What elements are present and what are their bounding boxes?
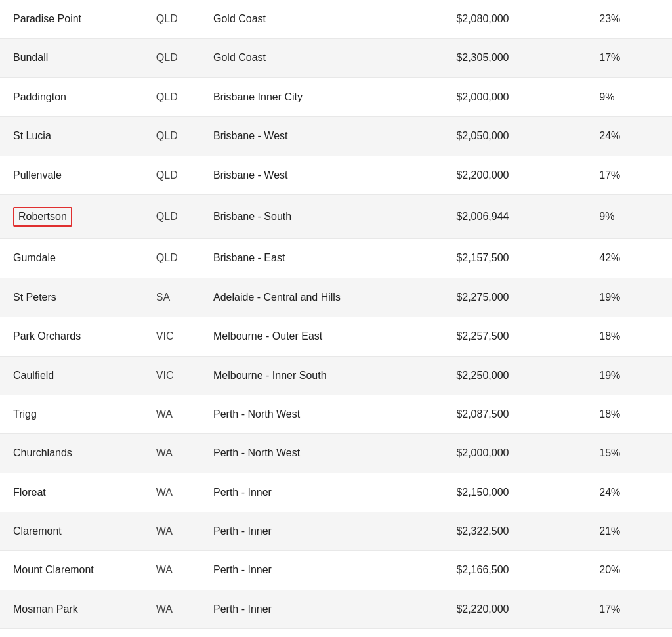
change-cell: 21% xyxy=(586,512,672,551)
property-table: Paradise PointQLDGold Coast$2,080,00023%… xyxy=(0,0,672,629)
state-cell: QLD xyxy=(143,77,200,116)
state-cell: QLD xyxy=(143,117,200,156)
state-cell: QLD xyxy=(143,0,200,39)
price-cell: $2,000,000 xyxy=(443,434,586,473)
state-cell: VIC xyxy=(143,317,200,356)
table-row: PullenvaleQLDBrisbane - West$2,200,00017… xyxy=(0,156,672,194)
suburb-cell: Pullenvale xyxy=(0,156,143,194)
suburb-cell: Paddington xyxy=(0,77,143,116)
price-cell: $2,087,500 xyxy=(443,395,586,433)
change-cell: 24% xyxy=(586,117,672,156)
table-row: TriggWAPerth - North West$2,087,50018% xyxy=(0,395,672,433)
state-cell: WA xyxy=(143,473,200,512)
table-row: ClaremontWAPerth - Inner$2,322,50021% xyxy=(0,512,672,551)
change-cell: 23% xyxy=(586,0,672,39)
price-cell: $2,157,500 xyxy=(443,239,586,278)
change-cell: 9% xyxy=(586,77,672,116)
suburb-cell: Mosman Park xyxy=(0,590,143,628)
price-cell: $2,150,000 xyxy=(443,473,586,512)
region-cell: Brisbane - West xyxy=(200,117,443,156)
change-cell: 15% xyxy=(586,434,672,473)
price-cell: $2,275,000 xyxy=(443,278,586,317)
state-cell: SA xyxy=(143,278,200,317)
price-cell: $2,080,000 xyxy=(443,0,586,39)
price-cell: $2,200,000 xyxy=(443,156,586,194)
suburb-cell: Park Orchards xyxy=(0,317,143,356)
price-cell: $2,050,000 xyxy=(443,117,586,156)
region-cell: Perth - Inner xyxy=(200,473,443,512)
price-cell: $2,257,500 xyxy=(443,317,586,356)
table-row: St LuciaQLDBrisbane - West$2,050,00024% xyxy=(0,117,672,156)
region-cell: Perth - Inner xyxy=(200,590,443,628)
table-row: BundallQLDGold Coast$2,305,00017% xyxy=(0,39,672,77)
price-cell: $2,322,500 xyxy=(443,512,586,551)
state-cell: WA xyxy=(143,512,200,551)
state-cell: VIC xyxy=(143,356,200,395)
table-row: Mosman ParkWAPerth - Inner$2,220,00017% xyxy=(0,590,672,628)
region-cell: Gold Coast xyxy=(200,0,443,39)
suburb-cell: Churchlands xyxy=(0,434,143,473)
region-cell: Gold Coast xyxy=(200,39,443,77)
state-cell: QLD xyxy=(143,194,200,238)
table-row: RobertsonQLDBrisbane - South$2,006,9449% xyxy=(0,194,672,238)
change-cell: 19% xyxy=(586,278,672,317)
region-cell: Brisbane - East xyxy=(200,239,443,278)
table-row: Park OrchardsVICMelbourne - Outer East$2… xyxy=(0,317,672,356)
price-cell: $2,000,000 xyxy=(443,77,586,116)
region-cell: Melbourne - Outer East xyxy=(200,317,443,356)
change-cell: 18% xyxy=(586,395,672,433)
region-cell: Melbourne - Inner South xyxy=(200,356,443,395)
region-cell: Perth - Inner xyxy=(200,512,443,551)
region-cell: Perth - North West xyxy=(200,434,443,473)
highlighted-suburb: Robertson xyxy=(13,207,72,227)
suburb-cell: Bundall xyxy=(0,39,143,77)
change-cell: 19% xyxy=(586,356,672,395)
state-cell: WA xyxy=(143,590,200,628)
suburb-cell: St Peters xyxy=(0,278,143,317)
region-cell: Adelaide - Central and Hills xyxy=(200,278,443,317)
suburb-cell: Trigg xyxy=(0,395,143,433)
suburb-cell: Claremont xyxy=(0,512,143,551)
table-row: St PetersSAAdelaide - Central and Hills$… xyxy=(0,278,672,317)
region-cell: Brisbane - West xyxy=(200,156,443,194)
price-cell: $2,166,500 xyxy=(443,551,586,590)
state-cell: QLD xyxy=(143,239,200,278)
price-cell: $2,220,000 xyxy=(443,590,586,628)
change-cell: 17% xyxy=(586,39,672,77)
change-cell: 17% xyxy=(586,590,672,628)
change-cell: 17% xyxy=(586,156,672,194)
suburb-cell: Paradise Point xyxy=(0,0,143,39)
suburb-cell: Caulfield xyxy=(0,356,143,395)
change-cell: 18% xyxy=(586,317,672,356)
price-cell: $2,006,944 xyxy=(443,194,586,238)
state-cell: WA xyxy=(143,434,200,473)
change-cell: 20% xyxy=(586,551,672,590)
table-row: Mount ClaremontWAPerth - Inner$2,166,500… xyxy=(0,551,672,590)
region-cell: Brisbane Inner City xyxy=(200,77,443,116)
suburb-cell: Mount Claremont xyxy=(0,551,143,590)
change-cell: 24% xyxy=(586,473,672,512)
suburb-cell: Gumdale xyxy=(0,239,143,278)
table-row: PaddingtonQLDBrisbane Inner City$2,000,0… xyxy=(0,77,672,116)
table-row: ChurchlandsWAPerth - North West$2,000,00… xyxy=(0,434,672,473)
region-cell: Perth - Inner xyxy=(200,551,443,590)
table-row: GumdaleQLDBrisbane - East$2,157,50042% xyxy=(0,239,672,278)
state-cell: QLD xyxy=(143,156,200,194)
suburb-cell: Floreat xyxy=(0,473,143,512)
table-row: CaulfieldVICMelbourne - Inner South$2,25… xyxy=(0,356,672,395)
price-cell: $2,250,000 xyxy=(443,356,586,395)
region-cell: Brisbane - South xyxy=(200,194,443,238)
price-cell: $2,305,000 xyxy=(443,39,586,77)
state-cell: WA xyxy=(143,395,200,433)
change-cell: 9% xyxy=(586,194,672,238)
state-cell: QLD xyxy=(143,39,200,77)
table-row: Paradise PointQLDGold Coast$2,080,00023% xyxy=(0,0,672,39)
suburb-cell: Robertson xyxy=(0,194,143,238)
table-row: FloreatWAPerth - Inner$2,150,00024% xyxy=(0,473,672,512)
change-cell: 42% xyxy=(586,239,672,278)
state-cell: WA xyxy=(143,551,200,590)
suburb-cell: St Lucia xyxy=(0,117,143,156)
region-cell: Perth - North West xyxy=(200,395,443,433)
